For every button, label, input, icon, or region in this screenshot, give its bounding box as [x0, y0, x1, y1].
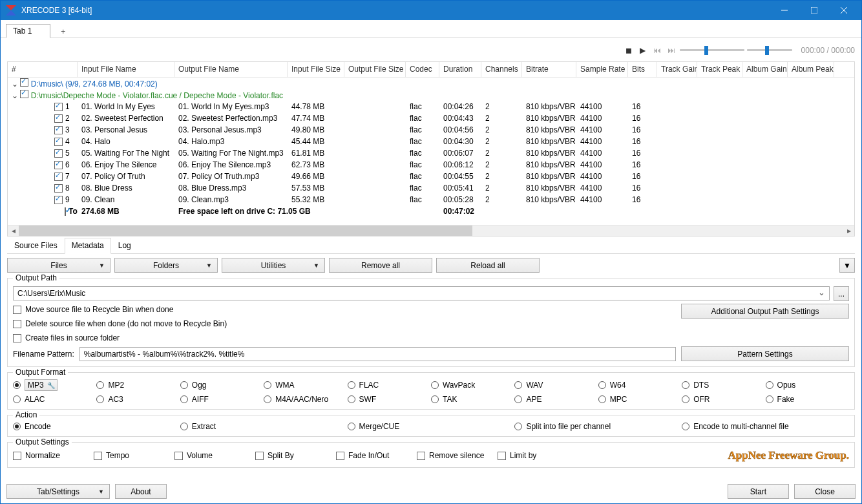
format-alac-radio[interactable]: ALAC: [13, 395, 96, 404]
col-bitrate[interactable]: Bitrate: [522, 62, 576, 77]
browse-button[interactable]: ...: [834, 286, 849, 301]
create-source-checkbox[interactable]: [13, 334, 21, 342]
col-inputsize[interactable]: Input File Size: [288, 62, 344, 77]
format-m4aaacnero-radio[interactable]: M4A/AAC/Nero: [264, 395, 347, 404]
col-codec[interactable]: Codec: [406, 62, 439, 77]
horizontal-scrollbar[interactable]: ◂ ▸: [8, 225, 854, 236]
delete-source-checkbox[interactable]: [13, 320, 21, 328]
col-bits[interactable]: Bits: [628, 62, 657, 77]
pattern-settings-button[interactable]: Pattern Settings: [681, 346, 849, 361]
track-checkbox[interactable]: [54, 184, 63, 193]
volume-slider[interactable]: [747, 45, 792, 56]
stop-icon[interactable]: ◼: [623, 45, 635, 56]
format-flac-radio[interactable]: FLAC: [348, 379, 431, 391]
col-channels[interactable]: Channels: [481, 62, 522, 77]
format-ac3-radio[interactable]: AC3: [96, 395, 180, 404]
action-encode-radio[interactable]: Encode: [13, 422, 180, 431]
format-mp3-radio[interactable]: MP3: [13, 379, 96, 391]
track-row[interactable]: 6 06. Enjoy The Silence06. Enjoy The Sil…: [8, 159, 854, 171]
files-dropdown[interactable]: Files: [7, 258, 110, 273]
subtab-sourcefiles[interactable]: Source Files: [7, 238, 65, 253]
action-splitintofileperchannel-radio[interactable]: Split into file per channel: [514, 422, 682, 431]
add-tab-button[interactable]: +: [54, 26, 72, 37]
format-ape-radio[interactable]: APE: [514, 395, 598, 404]
seek-slider[interactable]: [680, 45, 744, 56]
format-wma-radio[interactable]: WMA: [264, 379, 347, 391]
format-swf-radio[interactable]: SWF: [348, 395, 431, 404]
setting-limitby-checkbox[interactable]: [498, 452, 506, 460]
track-checkbox[interactable]: [54, 161, 63, 169]
cue-checkbox[interactable]: [20, 90, 28, 98]
total-checkbox[interactable]: [65, 207, 66, 216]
format-dts-radio[interactable]: DTS: [682, 379, 765, 391]
subtab-metadata[interactable]: Metadata: [65, 238, 111, 254]
tab-settings-dropdown[interactable]: Tab/Settings: [6, 484, 110, 499]
col-input[interactable]: Input File Name: [78, 62, 174, 77]
action-mergecue-radio[interactable]: Merge/CUE: [348, 422, 515, 431]
reload-all-button[interactable]: Reload all: [436, 258, 540, 273]
scroll-right-icon[interactable]: ▸: [843, 226, 854, 236]
grid-header[interactable]: # Input File Name Output File Name Input…: [8, 62, 854, 78]
additional-output-button[interactable]: Additional Output Path Settings: [681, 304, 849, 319]
start-button[interactable]: Start: [728, 484, 789, 499]
format-opus-radio[interactable]: Opus: [766, 379, 849, 391]
close-footer-button[interactable]: Close: [794, 484, 856, 499]
format-wav-radio[interactable]: WAV: [514, 379, 598, 391]
remove-all-button[interactable]: Remove all: [329, 258, 432, 273]
setting-volume-checkbox[interactable]: [174, 452, 183, 460]
more-dropdown[interactable]: ▼: [839, 258, 855, 273]
setting-fadeinout-checkbox[interactable]: [336, 452, 344, 460]
track-row[interactable]: 3 03. Personal Jesus03. Personal Jesus.m…: [8, 124, 854, 136]
folders-dropdown[interactable]: Folders: [114, 258, 218, 273]
col-trackgain[interactable]: Track Gain: [657, 62, 697, 77]
cue-row[interactable]: ⌄ D:\music\Depeche Mode - Violator.flac.…: [8, 89, 854, 101]
col-output[interactable]: Output File Name: [174, 62, 288, 77]
col-albumpeak[interactable]: Album Peak: [788, 62, 834, 77]
output-path-combo[interactable]: C:\Users\Erix\Music: [13, 286, 830, 300]
next-icon[interactable]: ⏭: [666, 45, 677, 56]
track-checkbox[interactable]: [54, 103, 63, 111]
subtab-log[interactable]: Log: [111, 238, 138, 253]
track-row[interactable]: 7 07. Policy Of Truth07. Policy Of Truth…: [8, 171, 854, 182]
format-w64-radio[interactable]: W64: [598, 379, 682, 391]
setting-normalize-checkbox[interactable]: [13, 452, 21, 460]
format-mpc-radio[interactable]: MPC: [598, 395, 682, 404]
setting-splitby-checkbox[interactable]: [255, 452, 264, 460]
maximize-button[interactable]: [799, 1, 829, 20]
format-ogg-radio[interactable]: Ogg: [180, 379, 264, 391]
play-icon[interactable]: ▶: [637, 45, 649, 56]
folder-row[interactable]: ⌄ D:\music\ (9/9, 274.68 MB, 00:47:02): [8, 78, 854, 89]
minimize-button[interactable]: [770, 1, 799, 20]
track-checkbox[interactable]: [54, 114, 63, 123]
setting-tempo-checkbox[interactable]: [94, 452, 102, 460]
action-extract-radio[interactable]: Extract: [180, 422, 348, 431]
track-row[interactable]: 8 08. Blue Dress08. Blue Dress.mp357.53 …: [8, 182, 854, 194]
track-row[interactable]: 1 01. World In My Eyes01. World In My Ey…: [8, 101, 854, 112]
pattern-input[interactable]: %albumartist% - %album%\%track2%. %title…: [79, 347, 676, 361]
tab-1[interactable]: Tab 1: [6, 24, 50, 38]
track-row[interactable]: 4 04. Halo04. Halo.mp345.44 MB flac00:04…: [8, 136, 854, 147]
about-button[interactable]: About: [115, 484, 167, 499]
track-checkbox[interactable]: [54, 126, 63, 134]
track-checkbox[interactable]: [54, 149, 63, 158]
utilities-dropdown[interactable]: Utilities: [222, 258, 325, 273]
col-duration[interactable]: Duration: [439, 62, 481, 77]
track-checkbox[interactable]: [54, 173, 63, 181]
track-checkbox[interactable]: [54, 138, 63, 146]
format-ofr-radio[interactable]: OFR: [682, 395, 765, 404]
setting-removesilence-checkbox[interactable]: [417, 452, 425, 460]
close-button[interactable]: [829, 1, 859, 20]
col-trackpeak[interactable]: Track Peak: [697, 62, 742, 77]
folder-checkbox[interactable]: [20, 78, 28, 87]
col-albumgain[interactable]: Album Gain: [742, 62, 788, 77]
action-encodetomultichannelfile-radio[interactable]: Encode to multi-channel file: [682, 422, 849, 431]
format-tak-radio[interactable]: TAK: [431, 395, 514, 404]
format-fake-radio[interactable]: Fake: [766, 395, 849, 404]
track-row[interactable]: 2 02. Sweetest Perfection02. Sweetest Pe…: [8, 112, 854, 124]
prev-icon[interactable]: ⏮: [651, 45, 663, 56]
format-mp2-radio[interactable]: MP2: [96, 379, 180, 391]
track-checkbox[interactable]: [54, 196, 63, 204]
track-row[interactable]: 9 09. Clean09. Clean.mp355.32 MB flac00:…: [8, 194, 854, 205]
col-outputsize[interactable]: Output File Size: [344, 62, 406, 77]
scroll-left-icon[interactable]: ◂: [8, 226, 19, 236]
